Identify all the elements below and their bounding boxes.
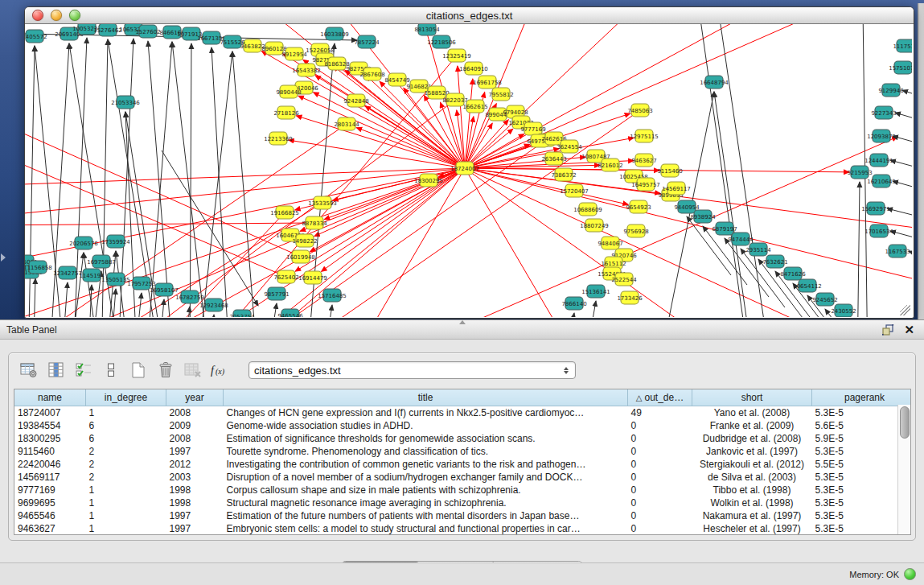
graph-node[interactable] — [873, 130, 890, 142]
graph-node[interactable] — [882, 84, 900, 97]
panel-divider-grip-icon[interactable] — [459, 320, 466, 324]
graph-edge[interactable] — [458, 66, 465, 168]
right-panel-edge[interactable] — [918, 3, 924, 319]
graph-edge[interactable] — [183, 307, 190, 317]
graph-edge[interactable] — [893, 181, 912, 197]
graph-node[interactable] — [99, 24, 117, 36]
table-panel-titlebar[interactable]: Table Panel ✕ — [0, 319, 924, 340]
graph-node[interactable] — [233, 310, 251, 317]
graph-node[interactable] — [448, 49, 466, 62]
graph-node[interactable] — [269, 132, 287, 145]
graph-node[interactable] — [524, 122, 542, 135]
graph-node[interactable] — [678, 200, 696, 213]
graph-node[interactable] — [816, 293, 834, 306]
graph-node[interactable] — [873, 175, 890, 187]
column-header-short[interactable]: short — [692, 389, 812, 406]
graph-node[interactable] — [492, 88, 510, 101]
graph-node[interactable] — [92, 255, 110, 268]
graph-edge[interactable] — [61, 282, 68, 317]
graph-node[interactable] — [304, 271, 322, 284]
graph-node[interactable] — [621, 291, 639, 304]
table-mode-button[interactable] — [18, 360, 39, 381]
graph-edge[interactable] — [158, 299, 164, 317]
graph-node[interactable] — [75, 237, 92, 249]
graph-node[interactable] — [428, 86, 446, 99]
graph-edge[interactable] — [310, 168, 465, 252]
graph-node[interactable] — [338, 117, 355, 130]
graph-node[interactable] — [732, 233, 749, 245]
graph-node[interactable] — [602, 159, 619, 171]
graph-node[interactable] — [667, 182, 685, 195]
graph-edge[interactable] — [857, 182, 860, 317]
graph-node[interactable] — [418, 24, 436, 35]
graph-node[interactable] — [433, 35, 450, 48]
graph-node[interactable] — [545, 152, 563, 165]
select-all-button[interactable] — [73, 360, 94, 381]
graph-node[interactable] — [306, 216, 323, 229]
graph-node[interactable] — [561, 140, 578, 153]
table-row[interactable]: 969969511998Structural magnetic resonanc… — [14, 496, 911, 509]
graph-node[interactable] — [579, 203, 597, 216]
graph-node[interactable] — [889, 245, 906, 257]
graph-edge[interactable] — [25, 223, 314, 225]
graph-node[interactable] — [799, 279, 816, 292]
graph-node[interactable] — [281, 309, 299, 317]
graph-node[interactable] — [766, 255, 784, 268]
graph-node[interactable] — [587, 285, 605, 298]
table-row[interactable]: 1830029562008Estimation of significance … — [14, 432, 911, 445]
graph-node[interactable] — [244, 39, 261, 52]
delete-table-button[interactable] — [183, 360, 203, 381]
graph-edge[interactable] — [198, 51, 232, 317]
table-row[interactable]: 1872400712008Changes of HCN gene express… — [14, 406, 911, 420]
graph-node[interactable] — [358, 35, 376, 48]
toggle-rows-button[interactable] — [101, 360, 121, 381]
table-row[interactable]: 977716911998Corpus callosum shape and si… — [14, 484, 911, 496]
graph-node[interactable] — [565, 184, 583, 197]
graph-edge[interactable] — [266, 303, 277, 317]
graph-node[interactable] — [870, 154, 888, 167]
graph-node[interactable] — [602, 237, 619, 249]
graph-edge[interactable] — [564, 313, 574, 317]
graph-node[interactable] — [585, 219, 603, 232]
function-builder-button[interactable]: f(x) — [210, 360, 231, 381]
graph-node[interactable] — [555, 168, 573, 181]
graph-node[interactable] — [635, 130, 653, 142]
graph-edge[interactable] — [210, 315, 214, 317]
graph-node[interactable] — [456, 162, 474, 175]
window-resize-grip[interactable] — [900, 305, 910, 315]
graph-node[interactable] — [277, 270, 295, 283]
graph-node[interactable] — [181, 290, 199, 303]
graph-node[interactable] — [183, 27, 200, 40]
graph-node[interactable] — [716, 222, 733, 235]
graph-node[interactable] — [276, 206, 294, 219]
graph-node[interactable] — [292, 250, 310, 263]
graph-edge[interactable] — [190, 43, 191, 317]
graph-node[interactable] — [661, 164, 679, 177]
graph-node[interactable] — [388, 73, 406, 86]
graph-node[interactable] — [635, 154, 653, 167]
graph-node[interactable] — [26, 30, 43, 43]
graph-node[interactable] — [107, 273, 125, 286]
table-row[interactable]: 2242004622012Investigating the contribut… — [14, 458, 911, 471]
graph-edge[interactable] — [314, 168, 465, 237]
graph-node[interactable] — [615, 273, 633, 286]
graph-node[interactable] — [163, 26, 181, 39]
graph-node[interactable] — [205, 299, 223, 311]
graph-node[interactable] — [117, 96, 134, 109]
graph-node[interactable] — [897, 39, 912, 52]
graph-node[interactable] — [867, 202, 885, 215]
table-vertical-scrollbar[interactable] — [897, 405, 910, 534]
graph-edge[interactable] — [33, 278, 35, 317]
graph-node[interactable] — [29, 261, 47, 274]
graph-node[interactable] — [705, 76, 723, 89]
graph-node[interactable] — [298, 64, 315, 76]
network-window-titlebar[interactable]: citations_edges.txt — [25, 7, 914, 24]
graph-node[interactable] — [637, 178, 655, 191]
graph-edge[interactable] — [314, 93, 465, 168]
column-header-out_de[interactable]: △out_de… — [628, 389, 692, 406]
graph-edge[interactable] — [887, 208, 912, 225]
graph-edge[interactable] — [893, 136, 912, 152]
graph-node[interactable] — [420, 174, 437, 187]
graph-edge[interactable] — [25, 124, 347, 317]
graph-node[interactable] — [78, 24, 96, 35]
